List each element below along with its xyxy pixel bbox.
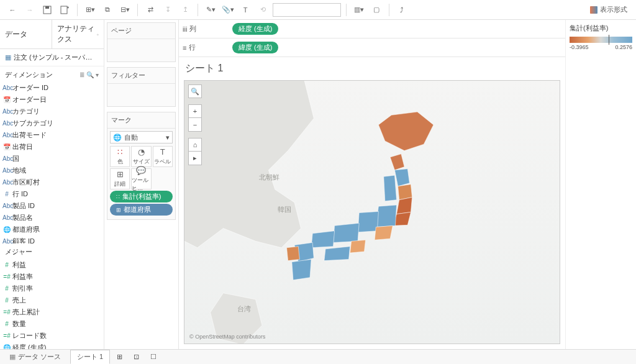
dimension-field[interactable]: Abcサブカテゴリ <box>0 117 104 129</box>
show-me-icon <box>590 6 597 14</box>
text-button[interactable]: T <box>238 2 253 17</box>
columns-shelf[interactable]: iii列 経度 (生成) <box>179 20 565 39</box>
sort-desc-button[interactable]: ↥ <box>178 2 193 17</box>
map-search-button[interactable]: 🔍 <box>188 84 202 98</box>
field-type-icon: # <box>2 321 11 327</box>
filters-shelf[interactable]: フィルター <box>107 67 176 107</box>
measure-field[interactable]: #売上 <box>0 294 104 306</box>
field-type-icon: Abc <box>2 179 11 186</box>
dimension-field[interactable]: Abc市区町村 <box>0 176 104 188</box>
rows-pill[interactable]: 緯度 (生成) <box>232 42 278 53</box>
fix-axes-button[interactable]: ▥▾ <box>352 2 366 17</box>
back-button[interactable]: ← <box>5 2 20 17</box>
dimension-field[interactable]: Abc地域 <box>0 165 104 176</box>
sheet-title[interactable]: シート 1 <box>179 57 565 78</box>
measure-field[interactable]: #数量 <box>0 318 104 330</box>
marks-color-pill[interactable]: ∷集計(利益率) <box>110 191 173 202</box>
tab-data[interactable]: データ <box>0 20 52 48</box>
dimension-field[interactable]: 📅出荷日 <box>0 141 104 153</box>
marks-title: マーク <box>107 112 175 129</box>
map-home-button[interactable]: ⌂ <box>188 138 202 152</box>
measure-field[interactable]: =#売上累計 <box>0 306 104 318</box>
measure-field[interactable]: #割引率 <box>0 283 104 294</box>
presentation-button[interactable]: ▢ <box>369 2 384 17</box>
marks-detail-pill[interactable]: ⊞都道府県 <box>110 204 173 216</box>
field-label: 国 <box>12 154 19 163</box>
zoom-in-button[interactable]: + <box>188 104 202 118</box>
map-canvas[interactable]: 🔍 + − ⌂ ▸ 北朝鮮 韓国 台湾 © OpenStreetMap cont… <box>184 80 560 344</box>
legend-title: 集計(利益率) <box>570 24 632 33</box>
new-story-button[interactable]: ☐ <box>146 350 161 363</box>
dimension-field[interactable]: #行 ID <box>0 188 104 200</box>
measure-field[interactable]: =#レコード数 <box>0 330 104 342</box>
dimension-field[interactable]: Abc製品 ID <box>0 200 104 212</box>
svg-rect-1 <box>45 6 49 9</box>
pages-shelf[interactable]: ページ <box>107 22 176 62</box>
fit-dropdown[interactable] <box>273 3 341 17</box>
mark-tooltip-button[interactable]: 💬ツールヒ… <box>131 168 151 189</box>
mark-type-dropdown[interactable]: 🌐自動 ▾ <box>110 131 173 143</box>
clear-button[interactable]: ⊟▾ <box>117 2 132 17</box>
tab-datasource[interactable]: ▦データ ソース <box>2 350 68 364</box>
new-datasource-button[interactable] <box>57 2 72 17</box>
measure-field[interactable]: =#利益率 <box>0 271 104 283</box>
field-label: レコード数 <box>12 331 47 340</box>
mark-size-button[interactable]: ◔サイズ <box>131 146 151 167</box>
new-sheet-button[interactable]: ⊞ <box>112 350 127 363</box>
tab-sheet1[interactable]: シート 1 <box>70 350 110 364</box>
undo-button[interactable]: ⟲ <box>255 2 270 17</box>
field-type-icon: =# <box>2 273 11 280</box>
viz-area: iii列 経度 (生成) ≡行 緯度 (生成) シート 1 🔍 + − ⌂ ▸ … <box>179 20 565 349</box>
shelf-pane: ページ フィルター マーク 🌐自動 ▾ ∷色 ◔サイズ Tラベル ⊞詳細 💬ツー… <box>104 20 179 349</box>
duplicate-button[interactable]: ⧉ <box>100 2 115 17</box>
datasource-icon: ▦ <box>5 53 11 61</box>
dimension-field[interactable]: Abc出荷モード <box>0 129 104 141</box>
dimensions-header: ディメンション ≣ 🔍 ▾ <box>0 66 104 82</box>
highlight-button[interactable]: ✎▾ <box>203 2 218 17</box>
mark-color-button[interactable]: ∷色 <box>110 146 130 167</box>
dimension-field[interactable]: Abcオーダー ID <box>0 82 104 94</box>
new-worksheet-button[interactable]: ⊞▾ <box>83 2 98 17</box>
measure-field[interactable]: 🌐経度 (生成) <box>0 342 104 349</box>
share-button[interactable]: ⤴ <box>394 2 409 17</box>
forward-button[interactable]: → <box>22 2 37 17</box>
dimension-field[interactable]: Abc国 <box>0 153 104 165</box>
chevron-down-icon: ▾ <box>166 134 170 142</box>
dimension-field[interactable]: 📅オーダー日 <box>0 94 104 106</box>
mark-label-button[interactable]: Tラベル <box>153 146 173 167</box>
swap-button[interactable]: ⇄ <box>143 2 158 17</box>
field-label: 売上 <box>12 296 26 305</box>
field-label: オーダー ID <box>12 83 48 93</box>
save-button[interactable] <box>40 2 55 17</box>
color-legend[interactable]: 集計(利益率) -0.3965 0.2576 <box>565 20 636 349</box>
field-label: 地域 <box>12 166 26 175</box>
rows-shelf[interactable]: ≡行 緯度 (生成) <box>179 39 565 57</box>
sort-asc-button[interactable]: ↧ <box>160 2 175 17</box>
measure-field[interactable]: #利益 <box>0 259 104 271</box>
dimensions-menu-icon[interactable]: ≣ 🔍 ▾ <box>80 71 99 78</box>
top-toolbar: ← → ⊞▾ ⧉ ⊟▾ ⇄ ↧ ↥ ✎▾ 📎▾ T ⟲ ▥▾ ▢ ⤴ 表示形式 <box>0 0 636 20</box>
field-type-icon: 🌐 <box>2 344 11 349</box>
dimension-field[interactable]: 🌐都道府県 <box>0 224 104 235</box>
dimensions-list: Abcオーダー ID📅オーダー日AbcカテゴリAbcサブカテゴリAbc出荷モード… <box>0 82 104 243</box>
group-button[interactable]: 📎▾ <box>220 2 235 17</box>
filters-title: フィルター <box>107 68 175 84</box>
sheet-tabs: ▦データ ソース シート 1 ⊞ ⊡ ☐ <box>0 349 636 364</box>
field-type-icon: =# <box>2 332 11 339</box>
new-dashboard-button[interactable]: ⊡ <box>129 350 143 363</box>
field-type-icon: Abc <box>2 155 11 162</box>
field-type-icon: Abc <box>2 120 11 127</box>
dimension-field[interactable]: Abc顧客 ID <box>0 235 104 243</box>
columns-pill[interactable]: 経度 (生成) <box>232 23 278 35</box>
map-tools-button[interactable]: ▸ <box>188 152 202 165</box>
legend-max: 0.2576 <box>615 44 632 50</box>
mark-detail-button[interactable]: ⊞詳細 <box>110 168 130 189</box>
datasource-row[interactable]: ▦ 注文 (サンプル - スーパー… <box>0 49 104 66</box>
legend-gradient <box>570 37 632 43</box>
dimension-field[interactable]: Abc製品名 <box>0 212 104 224</box>
dimension-field[interactable]: Abcカテゴリ <box>0 106 104 117</box>
zoom-out-button[interactable]: − <box>188 118 202 132</box>
tab-analytics[interactable]: アナリティクス◦ <box>52 20 104 48</box>
show-me-button[interactable]: 表示形式 <box>586 4 631 16</box>
field-label: 都道府県 <box>12 225 40 234</box>
